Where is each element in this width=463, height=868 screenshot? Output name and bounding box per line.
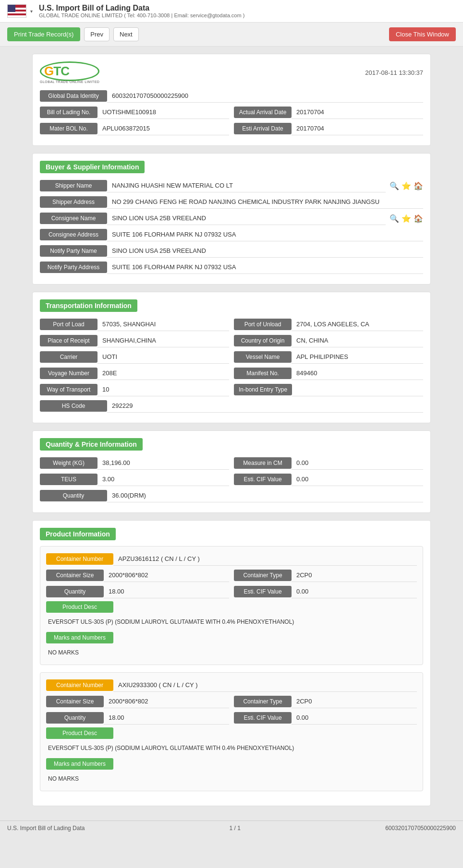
esti-arrival-label: Esti Arrival Date bbox=[234, 123, 292, 134]
star-icon[interactable]: ⭐ bbox=[402, 214, 411, 223]
weight-measure-row: Weight (KG) 38,196.00 Measure in CM 0.00 bbox=[40, 456, 423, 470]
shipper-name-row: Shipper Name NANJING HUASHI NEW MATERIAL… bbox=[40, 179, 423, 192]
container-2-size-label: Container Size bbox=[46, 696, 104, 707]
top-bar: ▾ U.S. Import Bill of Lading Data GLOBAL… bbox=[0, 0, 463, 23]
consignee-address-label: Consignee Address bbox=[40, 229, 107, 240]
teus-value: 3.00 bbox=[97, 473, 229, 486]
esti-arrival-value: 20170704 bbox=[292, 122, 423, 135]
vessel-name-label: Vessel Name bbox=[234, 351, 292, 363]
container-1-qty-label: Quantity bbox=[46, 586, 104, 597]
shipper-name-label: Shipper Name bbox=[40, 180, 107, 191]
consignee-name-label: Consignee Name bbox=[40, 213, 107, 224]
container-1-type-col: Container Type 2CP0 bbox=[234, 569, 417, 582]
transportation-title: Transportation Information bbox=[40, 299, 137, 312]
timestamp: 2017-08-11 13:30:37 bbox=[365, 69, 423, 76]
next-button[interactable]: Next bbox=[113, 27, 139, 41]
logo-c: C bbox=[61, 64, 69, 78]
container-2-qty-cif-row: Quantity 18.00 Esti. CIF Value 0.00 bbox=[46, 711, 417, 725]
container-2-desc-text: EVERSOFT ULS-30S (P) (SODIUM LAUROYL GLU… bbox=[46, 742, 417, 754]
quantity-price-card: Quantity & Price Information Weight (KG)… bbox=[32, 430, 431, 513]
container-1-qty-cif-row: Quantity 18.00 Esti. CIF Value 0.00 bbox=[46, 585, 417, 598]
container-2-number-value: AXIU2933300 ( CN / L / CY ) bbox=[113, 678, 417, 692]
logo-t: T bbox=[53, 64, 61, 78]
prev-button[interactable]: Prev bbox=[84, 27, 110, 41]
teus-label: TEUS bbox=[40, 474, 97, 485]
country-origin-col: Country of Origin CN, CHINA bbox=[234, 334, 423, 347]
bol-value: UOTISHME100918 bbox=[97, 106, 229, 119]
port-unload-value: 2704, LOS ANGELES, CA bbox=[292, 318, 423, 331]
dropdown-arrow-icon[interactable]: ▾ bbox=[30, 9, 33, 14]
notify-party-name-label: Notify Party Name bbox=[40, 245, 107, 257]
page-subtitle: GLOBAL TRADE ONLINE LIMITED ( Tel: 400-7… bbox=[39, 12, 244, 18]
home-icon[interactable]: 🏠 bbox=[414, 214, 423, 223]
bol-col: Bill of Lading No. UOTISHME100918 bbox=[40, 106, 229, 119]
esti-arrival-col: Esti Arrival Date 20170704 bbox=[234, 122, 423, 135]
shipper-address-value: NO 299 CHANG FENG HE ROAD NANJING CHEMIC… bbox=[107, 195, 423, 209]
bol-row: Bill of Lading No. UOTISHME100918 Actual… bbox=[40, 106, 423, 119]
container-2-qty-col: Quantity 18.00 bbox=[46, 711, 229, 725]
notify-party-address-value: SUITE 106 FLORHAM PARK NJ 07932 USA bbox=[107, 261, 423, 274]
teus-cif-row: TEUS 3.00 Esti. CIF Value 0.00 bbox=[40, 473, 423, 486]
way-transport-label: Way of Transport bbox=[40, 384, 97, 395]
port-load-label: Port of Load bbox=[40, 319, 97, 330]
container-1-number-row: Container Number APZU3616112 ( CN / L / … bbox=[46, 552, 417, 566]
product-info-title: Product Information bbox=[40, 528, 116, 540]
inbond-col: In-bond Entry Type bbox=[234, 383, 423, 396]
header-card: GTC GLOBAL TRADE ONLINE LIMITED 2017-08-… bbox=[32, 54, 431, 146]
weight-col: Weight (KG) 38,196.00 bbox=[40, 456, 229, 470]
carrier-label: Carrier bbox=[40, 351, 97, 363]
shipper-address-label: Shipper Address bbox=[40, 196, 107, 208]
manifest-col: Manifest No. 849460 bbox=[234, 367, 423, 380]
container-2-type-col: Container Type 2CP0 bbox=[234, 695, 417, 708]
global-data-identity-label: Global Data Identity bbox=[40, 90, 107, 102]
container-1-desc-row: Product Desc bbox=[46, 601, 417, 613]
buyer-supplier-title: Buyer & Supplier Information bbox=[40, 161, 145, 173]
container-1-size-col: Container Size 2000*806*802 bbox=[46, 569, 229, 582]
place-receipt-value: SHANGHAI,CHINA bbox=[97, 334, 229, 347]
container-2-marks-text: NO MARKS bbox=[46, 773, 417, 785]
port-load-value: 57035, SHANGHAI bbox=[97, 318, 229, 331]
manifest-no-value: 849460 bbox=[292, 367, 423, 380]
print-button[interactable]: Print Trade Record(s) bbox=[7, 27, 80, 41]
master-bol-value: APLU063872015 bbox=[97, 122, 229, 135]
company-logo: GTC GLOBAL TRADE ONLINE LIMITED bbox=[40, 61, 99, 83]
container-1-cif-col: Esti. CIF Value 0.00 bbox=[234, 585, 417, 598]
search-icon[interactable]: 🔍 bbox=[390, 181, 399, 190]
place-receipt-col: Place of Receipt SHANGHAI,CHINA bbox=[40, 334, 229, 347]
carrier-value: UOTI bbox=[97, 350, 229, 364]
port-load-col: Port of Load 57035, SHANGHAI bbox=[40, 318, 229, 331]
country-origin-value: CN, CHINA bbox=[292, 334, 423, 347]
container-2-size-col: Container Size 2000*806*802 bbox=[46, 695, 229, 708]
footer-middle: 1 / 1 bbox=[230, 825, 241, 832]
star-icon[interactable]: ⭐ bbox=[402, 181, 411, 190]
voyage-number-label: Voyage Number bbox=[40, 368, 97, 379]
notify-party-address-label: Notify Party Address bbox=[40, 262, 107, 273]
measure-label: Measure in CM bbox=[234, 457, 292, 469]
logo-g: G bbox=[44, 64, 53, 78]
container-2-desc-label: Product Desc bbox=[46, 727, 113, 739]
hs-code-label: HS Code bbox=[40, 400, 107, 412]
bol-label: Bill of Lading No. bbox=[40, 107, 97, 118]
shipper-address-row: Shipper Address NO 299 CHANG FENG HE ROA… bbox=[40, 195, 423, 209]
esti-cif-qp-value: 0.00 bbox=[292, 473, 423, 486]
search-icon[interactable]: 🔍 bbox=[390, 214, 399, 223]
container-1-type-label: Container Type bbox=[234, 570, 292, 581]
actual-arrival-col: Actual Arrival Date 20170704 bbox=[234, 106, 423, 119]
close-button[interactable]: Close This Window bbox=[389, 27, 456, 41]
container-1-marks-row: Marks and Numbers bbox=[46, 632, 417, 643]
weight-label: Weight (KG) bbox=[40, 457, 97, 469]
transportation-card: Transportation Information Port of Load … bbox=[32, 292, 431, 423]
container-1-qty-value: 18.00 bbox=[104, 585, 229, 598]
container-2-marks-label: Marks and Numbers bbox=[46, 758, 113, 770]
master-bol-col: Mater BOL No. APLU063872015 bbox=[40, 122, 229, 135]
shipper-name-icons: 🔍 ⭐ 🏠 bbox=[390, 181, 423, 190]
toolbar: Print Trade Record(s) Prev Next Close Th… bbox=[0, 23, 463, 47]
container-1-size-label: Container Size bbox=[46, 570, 104, 581]
inbond-entry-value bbox=[292, 383, 423, 396]
weight-value: 38,196.00 bbox=[97, 456, 229, 470]
container-1-card: Container Number APZU3616112 ( CN / L / … bbox=[40, 546, 423, 665]
home-icon[interactable]: 🏠 bbox=[414, 181, 423, 190]
flag-icon bbox=[7, 4, 26, 18]
container-1-size-type-row: Container Size 2000*806*802 Container Ty… bbox=[46, 569, 417, 582]
hs-code-row: HS Code 292229 bbox=[40, 399, 423, 413]
